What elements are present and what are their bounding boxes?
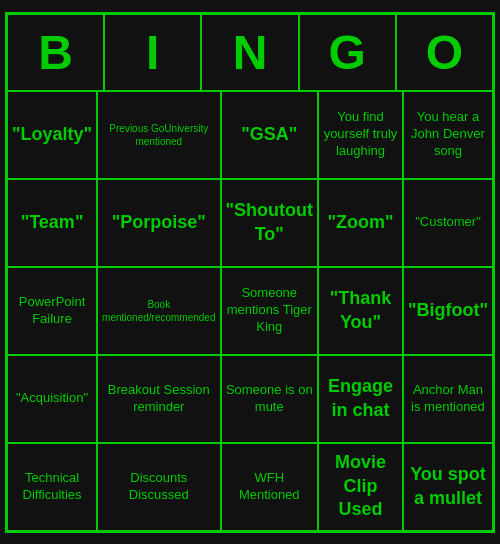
bingo-cell-10: PowerPoint Failure	[7, 267, 97, 355]
bingo-cell-16: Breakout Session reminder	[97, 355, 220, 443]
header-letter-b: B	[7, 14, 104, 91]
bingo-cell-20: Technical Difficulties	[7, 443, 97, 531]
bingo-cell-3: You find yourself truly laughing	[318, 91, 403, 179]
bingo-cell-24: You spot a mullet	[403, 443, 493, 531]
bingo-cell-7: "Shoutout To"	[221, 179, 319, 267]
bingo-cell-14: "Bigfoot"	[403, 267, 493, 355]
bingo-cell-21: Discounts Discussed	[97, 443, 220, 531]
header-letter-g: G	[299, 14, 396, 91]
header-letter-o: O	[396, 14, 493, 91]
bingo-cell-11: Book mentioned/recommended	[97, 267, 220, 355]
bingo-cell-0: "Loyalty"	[7, 91, 97, 179]
bingo-cell-17: Someone is on mute	[221, 355, 319, 443]
bingo-cell-4: You hear a John Denver song	[403, 91, 493, 179]
bingo-cell-23: Movie Clip Used	[318, 443, 403, 531]
bingo-header: BINGO	[7, 14, 493, 91]
bingo-cell-6: "Porpoise"	[97, 179, 220, 267]
bingo-cell-13: "Thank You"	[318, 267, 403, 355]
bingo-cell-2: "GSA"	[221, 91, 319, 179]
bingo-cell-22: WFH Mentioned	[221, 443, 319, 531]
bingo-cell-1: Previous GoUniversity mentioned	[97, 91, 220, 179]
bingo-cell-12: Someone mentions Tiger King	[221, 267, 319, 355]
header-letter-i: I	[104, 14, 201, 91]
bingo-cell-19: Anchor Man is mentioned	[403, 355, 493, 443]
bingo-cell-15: "Acquisition"	[7, 355, 97, 443]
bingo-cell-8: "Zoom"	[318, 179, 403, 267]
bingo-grid: "Loyalty"Previous GoUniversity mentioned…	[7, 91, 493, 531]
bingo-card: BINGO "Loyalty"Previous GoUniversity men…	[5, 12, 495, 533]
bingo-cell-9: "Customer"	[403, 179, 493, 267]
bingo-cell-5: "Team"	[7, 179, 97, 267]
bingo-cell-18: Engage in chat	[318, 355, 403, 443]
header-letter-n: N	[201, 14, 298, 91]
